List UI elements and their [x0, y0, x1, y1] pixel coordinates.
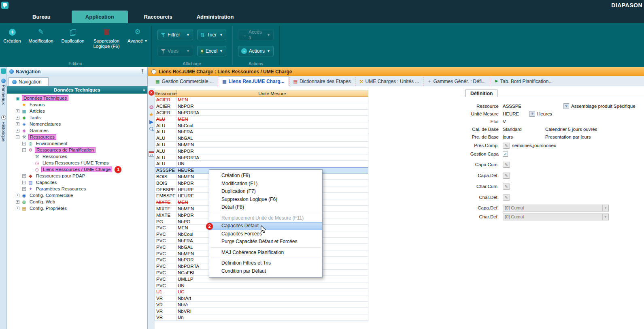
- doc-tab-tab-bord-planification[interactable]: ⚑Tab. Bord Planification...: [490, 77, 557, 86]
- settings-icon[interactable]: ⚙: [149, 105, 154, 110]
- table-row[interactable]: ACIERNbPOR: [155, 103, 368, 110]
- dropdown-capa-def[interactable]: [0] Cumul▾: [503, 205, 609, 212]
- expand-toggle-icon[interactable]: −: [16, 135, 19, 139]
- tree-item-donnees-techniques[interactable]: ▣Données Techniques: [7, 95, 147, 101]
- menu-tab-bureau[interactable]: Bureau: [20, 11, 63, 23]
- table-row[interactable]: VRNbVRI: [155, 308, 368, 314]
- acces-a-button[interactable]: → Accès à ▼: [238, 30, 274, 40]
- expand-toggle-icon[interactable]: +: [22, 174, 26, 178]
- expand-toggle-icon[interactable]: +: [16, 109, 19, 113]
- expand-toggle-icon[interactable]: +: [16, 200, 19, 204]
- table-row[interactable]: ALUMEN: [155, 116, 368, 122]
- table-row[interactable]: ALUNbPORTA: [155, 154, 368, 161]
- table-row[interactable]: ALUUN: [155, 161, 368, 167]
- tree-item-liens-ressources-ume-charge[interactable]: ◷Liens Ressources / UME Charge1: [7, 166, 147, 173]
- tree-item-config-commerciale[interactable]: +◉Config. Commerciale: [7, 192, 147, 199]
- dropdown-char-def[interactable]: [0] Cumul▾: [503, 214, 609, 220]
- table-row[interactable]: ACIERMEN: [155, 97, 368, 103]
- tree-item-ressources-pour-pdap[interactable]: +◆Ressources pour PDAP: [7, 173, 147, 179]
- tree-item-config-proprietes[interactable]: +▤Config. Propriétés: [7, 205, 147, 212]
- menu-tab-raccourcis[interactable]: Raccourcis: [132, 11, 185, 23]
- menu-item-definition-filtres-et-tris[interactable]: Définition Filtres et Tris: [209, 259, 322, 267]
- tree-item-ressources[interactable]: −⚒Ressources: [7, 134, 147, 140]
- actions-button[interactable]: Actions ▼: [238, 46, 274, 56]
- calendar-icon[interactable]: 21: [149, 151, 154, 157]
- menu-item-modification-f1[interactable]: Modification (F1): [209, 180, 322, 188]
- edit-icon[interactable]: ✎: [503, 173, 510, 179]
- expand-toggle-icon[interactable]: +: [16, 116, 19, 120]
- pin-icon[interactable]: [140, 69, 145, 74]
- tree-item-environnement[interactable]: +◎Environnement: [7, 140, 147, 147]
- column-header-ressource[interactable]: Ressource: [155, 90, 176, 96]
- tree-item-gammes[interactable]: +◈Gammes: [7, 127, 147, 134]
- gestion-capa-checkbox[interactable]: ✓: [503, 152, 508, 157]
- expand-toggle-icon[interactable]: +: [16, 122, 19, 126]
- doc-tab-dictionnaire-des-etapes[interactable]: ▤Dictionnaire des Etapes: [289, 77, 355, 86]
- tree-collapse-button[interactable]: »: [143, 86, 145, 94]
- vues-button[interactable]: Vues ▼: [157, 46, 193, 56]
- column-header-unite-mesure[interactable]: Unité Mesure: [176, 90, 368, 96]
- table-row[interactable]: VRUn: [155, 314, 368, 321]
- tree-item-liens-ressources-ume-temps[interactable]: ◷Liens Ressources / UME Temps: [7, 160, 147, 166]
- menu-item-suppression-logique-f6[interactable]: Suppression Logique (F6): [209, 196, 322, 204]
- table-row[interactable]: ALUNbPOR: [155, 148, 368, 154]
- tree-item-capacites[interactable]: +▥Capacités: [7, 179, 147, 186]
- excel-button[interactable]: Excel ▼: [197, 46, 226, 56]
- creation-button[interactable]: + Création: [0, 26, 24, 50]
- tree-item-config-web[interactable]: +◍Config. Web: [7, 199, 147, 205]
- expand-toggle-icon[interactable]: +: [22, 181, 26, 184]
- tree-item-favoris[interactable]: ★Favoris: [7, 101, 147, 108]
- table-row[interactable]: ALUNbFRA: [155, 129, 368, 135]
- doc-tab-ume-charges-unites[interactable]: ⚒UME Charges : Unités ...: [355, 77, 423, 86]
- menu-tab-administration[interactable]: Administration: [185, 11, 246, 23]
- menu-item-duplication-f7[interactable]: Duplication (F7): [209, 188, 322, 196]
- expand-toggle-icon[interactable]: −: [22, 148, 26, 152]
- menu-item-detail-f8[interactable]: Détail (F8): [209, 203, 322, 212]
- tab-definition[interactable]: Définition: [465, 90, 497, 97]
- goto-icon[interactable]: ▶: [149, 119, 153, 125]
- edit-icon[interactable]: ✎: [503, 162, 510, 168]
- table-row[interactable]: ALUNbMEN: [155, 142, 368, 148]
- tree-item-tarifs[interactable]: +◆Tarifs: [7, 114, 147, 121]
- menu-item-creation-f9[interactable]: Création (F9): [209, 172, 322, 180]
- doc-tab-gestion-commerciale[interactable]: ▦Gestion Commerciale ...: [151, 77, 218, 86]
- table-row[interactable]: ALUNbCoul: [155, 122, 368, 129]
- remove-icon[interactable]: [149, 90, 154, 96]
- tree-item-ressources-de-planification[interactable]: −⚙Ressources de Planification: [7, 147, 147, 153]
- tree-item-articles[interactable]: +▦Articles: [7, 108, 147, 114]
- table-row[interactable]: VRNbrArt: [155, 295, 368, 302]
- menu-item-maj-coherence-planification[interactable]: MAJ Cohérence Planification: [209, 249, 322, 257]
- expand-toggle-icon[interactable]: +: [16, 129, 19, 132]
- table-row[interactable]: ACIERNbPORTA: [155, 110, 368, 116]
- edit-icon[interactable]: ✎: [503, 184, 510, 190]
- historique-tab[interactable]: Historique: [0, 115, 7, 142]
- doc-tab-gammes-gener-defi[interactable]: ✦Gammes Génér. : Défi...: [423, 77, 490, 86]
- doc-tab-liens-res-ume-charg[interactable]: ▦Liens Res./UME Charg...: [218, 77, 289, 86]
- table-row[interactable]: PVCUN: [155, 282, 368, 289]
- expand-toggle-icon[interactable]: +: [16, 194, 19, 197]
- help-icon[interactable]: ?: [563, 103, 569, 109]
- panneaux-tab[interactable]: Panneaux: [0, 79, 7, 105]
- suppression-button[interactable]: Suppression Logique (F6): [88, 26, 125, 50]
- expand-toggle-icon[interactable]: +: [22, 142, 26, 145]
- menu-item-purge-capacites-defaut-et-forcees[interactable]: Purge Capacités Défaut et Forcées: [209, 238, 322, 246]
- menu-item-condition-par-defaut[interactable]: Condition par Défaut: [209, 267, 322, 276]
- tree-item-nomenclatures[interactable]: +◈Nomenclatures: [7, 121, 147, 127]
- duplication-button[interactable]: Duplication: [57, 26, 88, 50]
- expand-toggle-icon[interactable]: +: [16, 207, 19, 210]
- tab-navigation[interactable]: Navigation: [9, 77, 49, 86]
- expand-toggle-icon[interactable]: +: [22, 187, 26, 191]
- table-row[interactable]: U1UC: [155, 289, 368, 295]
- search-icon[interactable]: [149, 126, 154, 132]
- tree-item-parametres-ressources[interactable]: +✦Paramètres Ressources: [7, 186, 147, 192]
- table-row[interactable]: VRNbVr: [155, 302, 368, 308]
- modification-button[interactable]: ✎ Modification: [24, 26, 57, 50]
- help-icon[interactable]: ?: [529, 111, 535, 117]
- edit-icon[interactable]: ✎: [503, 143, 510, 149]
- table-row[interactable]: ALUNbGAL: [155, 135, 368, 142]
- tree-item-ressources[interactable]: ⚒Ressources: [7, 153, 147, 160]
- avance-button[interactable]: ⚙ Avancé▼: [125, 26, 151, 50]
- favorite-icon[interactable]: ★: [149, 112, 154, 118]
- edit-icon[interactable]: ✎: [503, 194, 510, 201]
- filtrer-button[interactable]: Filtrer ▼: [157, 30, 193, 40]
